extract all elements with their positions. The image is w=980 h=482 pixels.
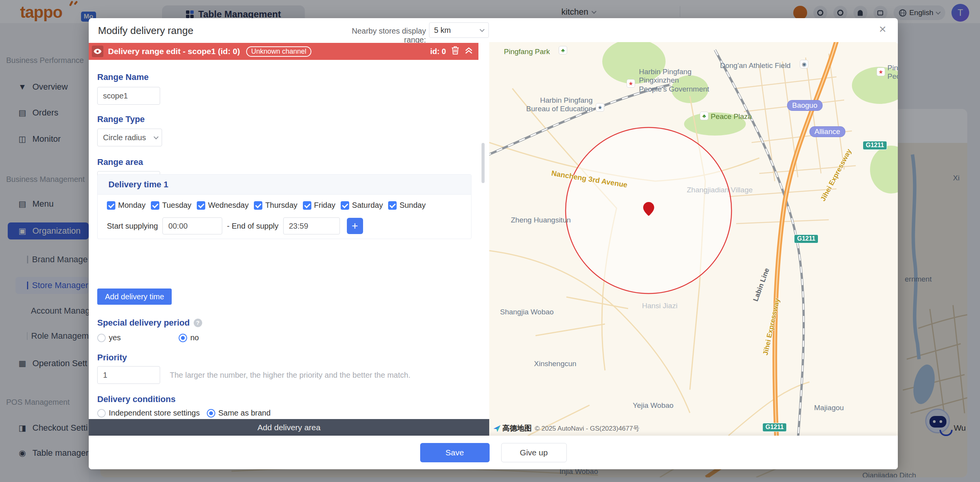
radio-independent-settings[interactable] xyxy=(97,409,106,418)
star-icon: ★ xyxy=(627,79,635,88)
checkbox-monday[interactable]: Monday xyxy=(107,201,145,210)
checkbox-tuesday[interactable]: Tuesday xyxy=(151,201,191,210)
delivery-range-form: Range Name scope1 Range Type Circle radi… xyxy=(89,60,489,419)
map-label-hansi-jiazi: Hansi Jiazi xyxy=(642,302,678,310)
nearby-range-label: Nearby stores display range: xyxy=(331,27,426,44)
tree-icon: ♣ xyxy=(559,46,567,54)
chevron-down-icon xyxy=(154,134,159,139)
chevron-down-icon xyxy=(480,27,485,32)
add-delivery-time-button[interactable]: Add delivery time xyxy=(97,289,172,305)
nearby-range-value: 5 km xyxy=(434,26,451,35)
form-scrollbar[interactable] xyxy=(482,143,485,183)
add-delivery-area-button[interactable]: Add delivery area xyxy=(89,419,489,436)
give-up-button[interactable]: Give up xyxy=(501,443,567,462)
map-label-majiagou: Majiagou xyxy=(814,404,844,412)
highway-shield-g1211: G1211 xyxy=(863,141,887,150)
nearby-range-select[interactable]: 5 km xyxy=(429,22,489,38)
start-supply-label: Start supplying xyxy=(107,222,158,231)
priority-hint: The larger the number, the higher the pr… xyxy=(170,371,411,380)
app-root: tappo Mo Table Management kitchen Englis… xyxy=(0,0,980,482)
checked-checkbox-icon xyxy=(254,201,262,210)
star-icon: ★ xyxy=(877,68,885,76)
radio-yes[interactable] xyxy=(97,334,106,342)
range-type-select[interactable]: Circle radius xyxy=(97,129,162,146)
range-name-label: Range Name xyxy=(97,72,149,82)
checked-checkbox-icon xyxy=(303,201,311,210)
map-label-peace-plaza: Peace Plaza xyxy=(711,112,752,121)
end-supply-label: - End of supply xyxy=(227,222,278,231)
checked-checkbox-icon xyxy=(388,201,397,210)
map-label-baoguo: Baoguo xyxy=(787,100,823,111)
delivery-map[interactable]: Pingfang Park ♣ Dong'an Athletic Field ◉… xyxy=(489,42,898,436)
end-supply-input[interactable]: 23:59 xyxy=(283,217,340,234)
map-label-bureau-of-education: Harbin Pingfang Bureau of Education xyxy=(513,96,593,114)
special-delivery-period-label: Special delivery period? xyxy=(97,318,202,328)
save-button[interactable]: Save xyxy=(420,443,490,462)
delivery-time-panel: Delivery time 1 Monday Tuesday Wednesday… xyxy=(97,174,471,239)
range-type-value: Circle radius xyxy=(103,133,146,142)
map-label-alliance: Alliance xyxy=(809,126,845,137)
special-delivery-radio-group: yes no xyxy=(97,333,199,342)
checkbox-thursday[interactable]: Thursday xyxy=(254,201,297,210)
delivery-time-panel-title: Delivery time 1 xyxy=(98,175,471,195)
add-time-slot-button[interactable]: + xyxy=(347,218,363,234)
checkbox-sunday[interactable]: Sunday xyxy=(388,201,426,210)
supply-time-row: Start supplying 00:00 - End of supply 23… xyxy=(107,217,462,234)
checkbox-wednesday[interactable]: Wednesday xyxy=(197,201,248,210)
map-attribution: 高德地图 © 2025 AutoNavi - GS(2023)4677号 xyxy=(493,423,639,433)
banner-title: Delivery range edit - scope1 (id: 0) xyxy=(108,47,240,56)
map-copyright: © 2025 AutoNavi - GS(2023)4677号 xyxy=(535,424,639,433)
help-question-icon[interactable]: ? xyxy=(194,319,202,327)
delivery-range-banner: Delivery range edit - scope1 (id: 0) Unk… xyxy=(89,43,478,60)
checked-checkbox-icon xyxy=(341,201,349,210)
delivery-conditions-label: Delivery conditions xyxy=(97,394,176,404)
map-label-dongan-athletic-field: Dong'an Athletic Field xyxy=(720,61,791,70)
map-label-shangjia-wobao: Shangjia Wobao xyxy=(500,308,554,316)
map-label-zhangjiadian-village: Zhangjiadian Village xyxy=(687,186,753,194)
map-label-pingfang-people: Pingfang People xyxy=(887,64,898,81)
weekday-checkbox-row: Monday Tuesday Wednesday Thursday Friday… xyxy=(107,201,462,210)
map-label-pingxinzhen-government: Harbin Pingfang Pingxinzhen People's Gov… xyxy=(639,68,709,93)
channel-badge: Unknown channel xyxy=(246,46,311,57)
modify-delivery-range-dialog: Modify delivery range Nearby stores disp… xyxy=(89,18,898,469)
priority-label: Priority xyxy=(97,353,127,363)
checkbox-saturday[interactable]: Saturday xyxy=(341,201,383,210)
checkbox-friday[interactable]: Friday xyxy=(303,201,336,210)
dialog-footer: Save Give up xyxy=(89,436,898,469)
checked-checkbox-icon xyxy=(197,201,205,210)
highway-shield-g1211: G1211 xyxy=(794,234,818,243)
map-label-pingfang-park: Pingfang Park xyxy=(504,48,550,56)
range-area-label: Range area xyxy=(97,157,143,167)
ball-icon: ◉ xyxy=(800,60,808,68)
radio-no-selected[interactable] xyxy=(179,334,187,342)
checked-checkbox-icon xyxy=(107,201,115,210)
trash-icon[interactable] xyxy=(451,46,459,56)
banner-id: id: 0 xyxy=(430,47,446,56)
amap-logo-icon xyxy=(493,424,501,432)
collapse-icon[interactable] xyxy=(465,47,473,56)
highway-shield-g1211: G1211 xyxy=(762,423,787,432)
range-type-label: Range Type xyxy=(97,114,145,124)
delivery-conditions-radio-group: Independent store settings Same as brand xyxy=(97,409,270,418)
checked-checkbox-icon xyxy=(151,201,159,210)
range-name-input[interactable]: scope1 xyxy=(97,87,160,105)
map-label-zheng-huangsitun: Zheng Huangsitun xyxy=(511,216,571,224)
map-label-yejia-wobao: Yejia Wobao xyxy=(633,401,674,410)
eye-icon[interactable] xyxy=(92,46,103,57)
tree-icon: ♣ xyxy=(700,112,708,120)
amap-logo: 高德地图 xyxy=(493,423,532,433)
start-supply-input[interactable]: 00:00 xyxy=(162,217,222,234)
radio-same-as-brand-selected[interactable] xyxy=(207,409,215,418)
map-label-xinshengcun: Xinshengcun xyxy=(534,360,576,368)
star-icon: ★ xyxy=(596,103,604,112)
close-icon[interactable]: × xyxy=(879,23,886,35)
priority-input[interactable]: 1 xyxy=(97,366,160,384)
dialog-title: Modify delivery range xyxy=(98,25,193,37)
